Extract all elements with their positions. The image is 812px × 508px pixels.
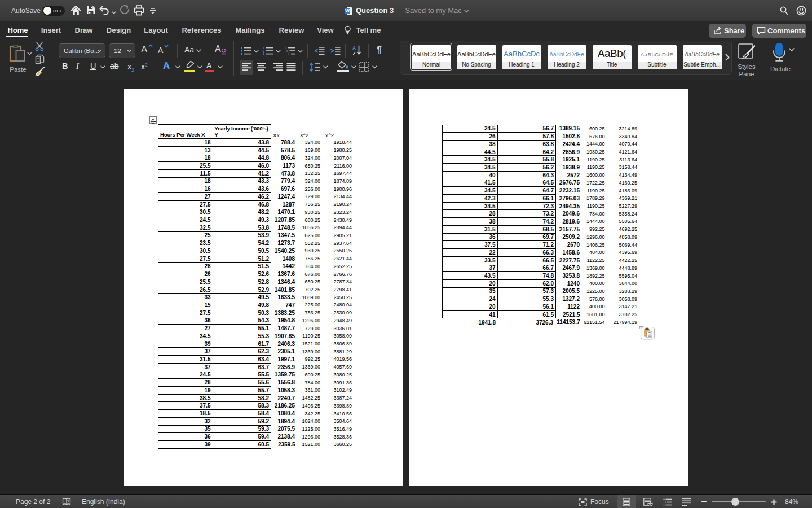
svg-text:3: 3 <box>263 52 264 55</box>
svg-text:a: a <box>286 50 288 52</box>
svg-text:Z: Z <box>352 51 355 56</box>
svg-text:1: 1 <box>285 47 286 50</box>
svg-text:i: i <box>288 52 289 55</box>
svg-text:A: A <box>352 45 356 51</box>
svg-text:W: W <box>345 8 350 14</box>
svg-text:1: 1 <box>263 47 264 50</box>
svg-text:2: 2 <box>263 50 264 52</box>
